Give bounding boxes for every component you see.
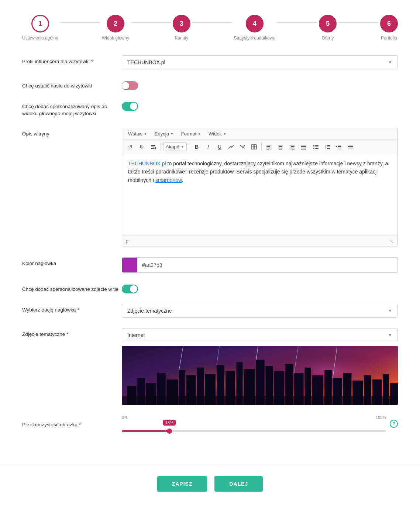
redo-button[interactable]: ↻ bbox=[137, 142, 147, 152]
image-preview bbox=[122, 346, 398, 405]
step-2[interactable]: 2 Widok główny bbox=[102, 15, 129, 41]
chevron-down-icon: ▼ bbox=[388, 333, 392, 338]
zapisz-button[interactable]: ZAPISZ bbox=[157, 476, 207, 492]
svg-rect-20 bbox=[289, 148, 295, 148]
svg-marker-41 bbox=[336, 146, 337, 147]
stepper-line-2 bbox=[131, 22, 171, 23]
color-swatch[interactable] bbox=[122, 258, 137, 272]
opcja-dropdown[interactable]: Zdjęcie tematyczne ▼ bbox=[122, 304, 398, 318]
city-image bbox=[122, 346, 398, 405]
opcja-label: Wybierz opcję nagłówka * bbox=[22, 304, 122, 314]
bottom-bar: ZAPISZ DALEJ bbox=[0, 465, 420, 506]
opis-toggle[interactable] bbox=[122, 102, 138, 111]
step-4[interactable]: 4 Statystyki dodatkowe bbox=[234, 15, 276, 41]
menu-format[interactable]: Format ▼ bbox=[178, 130, 204, 138]
unlink-button[interactable] bbox=[237, 142, 248, 152]
paragraph-select[interactable]: Akapit ▼ bbox=[163, 142, 187, 151]
svg-rect-6 bbox=[251, 145, 257, 149]
haslo-row: Chcę ustalić hasło do wizytówki bbox=[22, 80, 398, 90]
zdjecie-toggle[interactable] bbox=[122, 285, 138, 293]
editor-toolbar: ↺ ↻ Akapit ▼ bbox=[122, 140, 397, 154]
rich-text-editor[interactable]: Wstaw ▼ Edycja ▼ Format ▼ Widok ▼ bbox=[122, 128, 398, 247]
haslo-label: Chcę ustalić hasło do wizytówki bbox=[22, 80, 122, 90]
bold-button[interactable]: B bbox=[192, 142, 202, 152]
justify-button[interactable] bbox=[298, 142, 309, 152]
slider-badge: 18% bbox=[163, 420, 176, 426]
chevron-down-icon: ▼ bbox=[223, 132, 227, 136]
indent-decrease-button[interactable] bbox=[334, 142, 344, 152]
profil-control: TECHUNBOX.pl ▼ bbox=[122, 55, 398, 69]
table-button[interactable] bbox=[249, 142, 259, 152]
color-text-input[interactable] bbox=[137, 258, 397, 272]
toolbar-separator bbox=[161, 143, 161, 151]
resize-handle-icon[interactable]: ⤡ bbox=[389, 238, 394, 245]
step-6[interactable]: 6 Portfolio bbox=[380, 15, 398, 41]
slider-min-label: 0% bbox=[122, 415, 128, 420]
help-icon[interactable]: ? bbox=[390, 420, 398, 428]
dalej-button[interactable]: DALEJ bbox=[214, 476, 263, 492]
menu-edycja[interactable]: Edycja ▼ bbox=[152, 130, 177, 138]
editor-link-2[interactable]: smartfonów bbox=[155, 177, 182, 183]
link-button[interactable] bbox=[226, 142, 236, 152]
underline-button[interactable]: U bbox=[214, 142, 225, 152]
svg-rect-82 bbox=[122, 396, 398, 405]
przezroczystosc-label: Przeźroczystość obrazka * bbox=[22, 419, 122, 429]
tematyczne-control: Internet ▼ bbox=[122, 328, 398, 405]
step-5[interactable]: 5 Oferty bbox=[319, 15, 337, 41]
profil-row: Profil influencera dla wizytówki * TECHU… bbox=[22, 55, 398, 69]
align-center-button[interactable] bbox=[275, 142, 286, 152]
stepper-line-4 bbox=[277, 22, 317, 23]
find-button[interactable] bbox=[148, 142, 158, 152]
slider-wrap: 18% bbox=[122, 421, 386, 432]
opis-toggle-label: Chcę dodać spersonalizowany opis do wido… bbox=[22, 100, 122, 117]
chevron-down-icon: ▼ bbox=[170, 132, 174, 136]
svg-rect-23 bbox=[301, 146, 306, 147]
editor-link-1[interactable]: TECHUNBOX.pl bbox=[128, 161, 166, 166]
tematyczne-label: Zdjęcie tematyczne * bbox=[22, 328, 122, 338]
stepper-line-5 bbox=[338, 22, 379, 23]
opis-label: Opis witryny bbox=[22, 128, 122, 138]
city-svg bbox=[122, 346, 398, 405]
align-left-button[interactable] bbox=[264, 142, 274, 152]
step-circle-4: 4 bbox=[246, 15, 264, 32]
svg-rect-29 bbox=[315, 147, 319, 147]
stepper-line-3 bbox=[192, 22, 233, 23]
opcja-value: Zdjęcie tematyczne bbox=[127, 308, 172, 314]
svg-rect-25 bbox=[301, 149, 306, 149]
svg-rect-35 bbox=[327, 147, 330, 147]
chevron-down-icon: ▼ bbox=[388, 60, 392, 65]
tematyczne-dropdown[interactable]: Internet ▼ bbox=[122, 328, 398, 342]
svg-rect-18 bbox=[289, 145, 295, 145]
step-label-4: Statystyki dodatkowe bbox=[234, 35, 276, 41]
haslo-toggle-wrap bbox=[122, 80, 398, 90]
italic-button[interactable]: I bbox=[203, 142, 213, 152]
svg-rect-0 bbox=[151, 145, 155, 146]
align-right-button[interactable] bbox=[287, 142, 297, 152]
stepper: 1 Ustawienia ogólne 2 Widok główny 3 Kan… bbox=[0, 0, 420, 52]
svg-line-4 bbox=[155, 149, 156, 149]
undo-button[interactable]: ↺ bbox=[125, 142, 135, 152]
menu-widok[interactable]: Widok ▼ bbox=[206, 130, 230, 138]
slider-thumb[interactable] bbox=[167, 429, 172, 434]
menu-wstaw[interactable]: Wstaw ▼ bbox=[125, 130, 150, 138]
opis-toggle-wrap bbox=[122, 100, 398, 111]
toolbar-separator-3 bbox=[261, 143, 262, 151]
editor-content[interactable]: TECHUNBOX.pl to portal technologiczny, d… bbox=[122, 154, 397, 235]
indent-increase-button[interactable] bbox=[345, 142, 355, 152]
step-1[interactable]: 1 Ustawienia ogólne bbox=[22, 15, 58, 41]
przezroczystosc-control: 0% 100% 18% bbox=[122, 415, 386, 432]
step-3[interactable]: 3 Kanały bbox=[173, 15, 190, 41]
color-input[interactable] bbox=[122, 257, 398, 273]
list-unordered-button[interactable] bbox=[311, 142, 321, 152]
profil-value: TECHUNBOX.pl bbox=[127, 59, 165, 65]
step-label-6: Portfolio bbox=[381, 35, 397, 41]
list-ordered-button[interactable]: 1. 2. 3. bbox=[322, 142, 333, 152]
svg-point-26 bbox=[313, 145, 314, 146]
profil-dropdown[interactable]: TECHUNBOX.pl ▼ bbox=[122, 55, 398, 69]
editor-text-2: . bbox=[182, 177, 183, 183]
editor-tag: p bbox=[126, 238, 128, 244]
opis-row: Opis witryny Wstaw ▼ Edycja ▼ Format ▼ bbox=[22, 128, 398, 247]
haslo-toggle[interactable] bbox=[122, 81, 138, 90]
svg-rect-27 bbox=[315, 145, 319, 146]
slider-labels: 0% 100% bbox=[122, 415, 386, 420]
